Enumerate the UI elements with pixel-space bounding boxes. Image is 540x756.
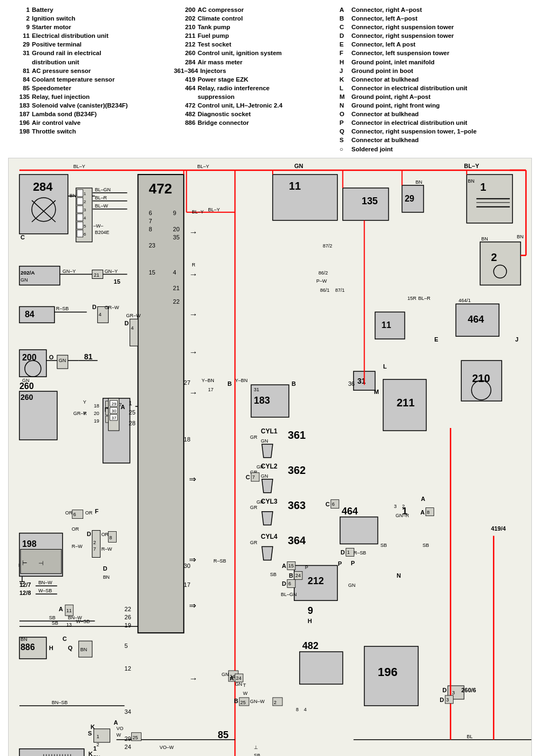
svg-text:2: 2	[93, 539, 96, 545]
svg-text:2: 2	[274, 699, 276, 705]
svg-rect-16	[77, 197, 83, 204]
svg-text:196: 196	[378, 665, 398, 679]
legend-item-260: 260 Control unit, ignition system	[174, 49, 334, 57]
svg-rect-20	[77, 213, 83, 220]
svg-text:8: 8	[296, 706, 299, 712]
legend-item-135: 135 Relay, fuel injection	[8, 92, 168, 101]
svg-text:9: 9	[173, 209, 176, 216]
svg-text:B: B	[227, 380, 232, 387]
svg-rect-18	[77, 205, 83, 212]
svg-text:R–SB: R–SB	[354, 550, 366, 556]
svg-text:30: 30	[184, 563, 190, 569]
svg-text:GR: GR	[250, 539, 258, 545]
svg-text:260: 260	[19, 382, 34, 391]
svg-text:BN: BN	[70, 192, 76, 198]
svg-text:Q: Q	[68, 645, 73, 651]
legend-item-200: 200 AC compressor	[174, 5, 334, 14]
svg-text:GR: GR	[256, 499, 264, 504]
svg-text:BL–Y: BL–Y	[73, 164, 85, 169]
svg-text:1: 1	[480, 180, 486, 192]
svg-text:D: D	[92, 304, 97, 310]
svg-text:BN: BN	[481, 236, 488, 241]
legend-item-soldered: ○ Soldered joint	[340, 145, 532, 153]
svg-text:SB: SB	[49, 615, 56, 620]
svg-text:Y–BN: Y–BN	[201, 378, 214, 383]
svg-text:34: 34	[125, 708, 131, 714]
svg-text:29: 29	[125, 735, 131, 741]
legend-item-S: S Connector at bulkhead	[340, 136, 532, 144]
svg-text:260: 260	[21, 393, 33, 402]
svg-rect-65	[138, 175, 184, 633]
svg-text:A: A	[421, 495, 425, 501]
svg-text:GN–Y: GN–Y	[63, 268, 76, 273]
svg-text:BN: BN	[80, 647, 87, 652]
svg-text:OR: OR	[65, 510, 73, 515]
svg-text:24: 24	[236, 675, 241, 681]
svg-text:C: C	[326, 500, 330, 507]
svg-text:22: 22	[125, 606, 131, 612]
svg-text:C: C	[63, 635, 67, 642]
svg-text:D: D	[282, 580, 286, 587]
legend-middle-col: 200 AC compressor 202 Climate control 21…	[174, 5, 334, 153]
svg-text:17: 17	[184, 581, 190, 588]
svg-rect-126	[340, 517, 378, 544]
svg-text:F: F	[95, 507, 99, 514]
legend-item-29: 29 Positive terminal	[8, 40, 168, 49]
svg-text:→: →	[189, 227, 198, 236]
svg-text:20: 20	[94, 411, 99, 416]
svg-text:2: 2	[402, 503, 404, 509]
svg-text:W–SB: W–SB	[38, 588, 52, 593]
svg-text:3: 3	[452, 690, 455, 695]
svg-text:GR: GR	[256, 464, 264, 469]
svg-text:W–SB: W–SB	[76, 619, 90, 624]
svg-rect-136	[300, 652, 343, 684]
svg-text:⊥: ⊥	[254, 744, 258, 750]
svg-text:SB: SB	[254, 752, 260, 756]
svg-text:R–W: R–W	[102, 546, 112, 552]
svg-text:SB: SB	[381, 542, 387, 547]
svg-text:W: W	[117, 732, 122, 737]
svg-text:30: 30	[112, 409, 117, 413]
svg-text:BN: BN	[517, 233, 523, 239]
svg-text:BL–GN: BL–GN	[281, 592, 296, 597]
svg-text:OR: OR	[72, 526, 79, 531]
svg-text:419/4: 419/4	[491, 525, 506, 531]
legend-item-F: F Connector, left suspension tower	[340, 49, 532, 57]
svg-text:B204E: B204E	[95, 229, 110, 235]
legend-item-L: L Connector in electrical distribution u…	[340, 84, 532, 92]
legend-item-84: 84 Coolant temperature sensor	[8, 75, 168, 84]
svg-text:86/2: 86/2	[319, 270, 328, 275]
svg-text:5: 5	[125, 643, 128, 649]
legend-item-85: 85 Speedometer	[8, 84, 168, 92]
svg-text:VO: VO	[117, 725, 124, 731]
svg-text:S: S	[88, 730, 92, 736]
svg-text:15: 15	[114, 278, 120, 284]
svg-text:B: B	[292, 380, 296, 387]
svg-text:Y–BN: Y–BN	[235, 378, 247, 383]
svg-text:BL–Y: BL–Y	[208, 206, 220, 212]
svg-text:VO–W: VO–W	[159, 744, 174, 750]
svg-text:C: C	[21, 233, 25, 240]
svg-text:25: 25	[133, 734, 138, 740]
svg-text:4: 4	[304, 706, 307, 712]
svg-text:→: →	[189, 674, 198, 683]
svg-text:5: 5	[84, 223, 86, 228]
svg-text:84: 84	[25, 310, 35, 319]
svg-text:L: L	[383, 363, 387, 370]
svg-text:W: W	[243, 691, 248, 696]
svg-text:H: H	[49, 645, 53, 651]
legend-item-B: B Connector, left A–post	[340, 14, 532, 23]
svg-text:H: H	[308, 618, 312, 624]
svg-text:87/1: 87/1	[335, 287, 345, 293]
legend-item-211: 211 Fuel pump	[174, 31, 334, 40]
legend-item-886: 886 Bridge connector	[174, 118, 334, 127]
svg-text:GN: GN	[235, 681, 242, 687]
svg-text:D: D	[103, 565, 107, 572]
svg-text:472: 472	[148, 180, 172, 196]
svg-text:183: 183	[254, 395, 270, 406]
svg-text:⇒: ⇒	[189, 474, 196, 483]
legend-item-187: 187 Lambda sond (B234F)	[8, 110, 168, 118]
svg-text:11: 11	[382, 320, 392, 330]
svg-text:C: C	[246, 473, 250, 480]
svg-text:464: 464	[468, 314, 484, 325]
